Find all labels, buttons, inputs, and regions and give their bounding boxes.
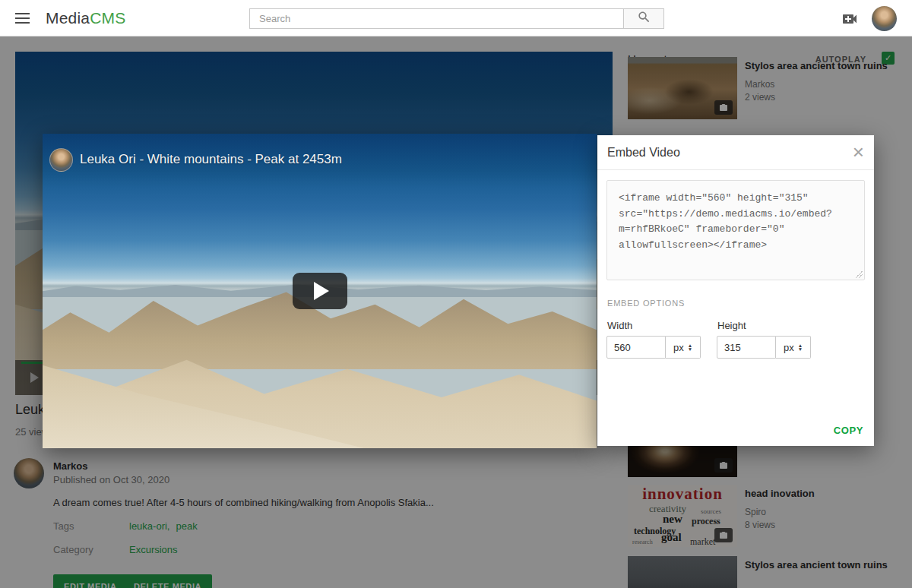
spinner-icon: ▲▼	[798, 343, 803, 352]
channel-avatar[interactable]	[49, 148, 73, 172]
unit-label: px	[784, 342, 794, 353]
embed-code-line: allowfullscreen></iframe>	[619, 238, 853, 254]
logo[interactable]: MediaCMS	[46, 9, 125, 27]
embed-code-line: m=rhfBRkoeC" frameborder="0"	[619, 222, 853, 238]
app: Leuka Ori - White mountains - Peak at 24…	[0, 0, 912, 588]
search-button[interactable]	[623, 8, 664, 29]
embed-height-input[interactable]	[717, 336, 776, 359]
width-field-group: px ▲▼	[606, 336, 701, 359]
embed-code-line: <iframe width="560" height="315"	[619, 191, 853, 207]
dialog-header: Embed Video ×	[597, 135, 874, 170]
height-field-group: px ▲▼	[717, 336, 811, 359]
upload-video-icon[interactable]	[841, 10, 859, 28]
embed-code-textarea[interactable]: <iframe width="560" height="315" src="ht…	[606, 180, 865, 280]
embed-width-input[interactable]	[606, 336, 666, 359]
width-unit-select[interactable]: px ▲▼	[666, 336, 701, 359]
unit-label: px	[673, 342, 684, 353]
embed-dialog: Embed Video × <iframe width="560" height…	[597, 135, 874, 446]
embed-code-line: src="https://demo.mediacms.io/embed?	[619, 207, 853, 223]
play-button[interactable]	[293, 273, 347, 309]
menu-icon[interactable]	[15, 13, 30, 24]
width-label: Width	[607, 320, 632, 331]
user-avatar[interactable]	[872, 6, 897, 31]
height-label: Height	[717, 320, 746, 331]
search-icon	[637, 10, 651, 27]
embed-options-label: EMBED OPTIONS	[607, 299, 685, 308]
height-unit-select[interactable]: px ▲▼	[776, 336, 811, 359]
spinner-icon: ▲▼	[688, 343, 692, 352]
top-bar: MediaCMS	[0, 0, 912, 36]
embed-preview-player[interactable]: Leuka Ori - White mountains - Peak at 24…	[43, 134, 597, 448]
copy-button[interactable]: COPY	[834, 425, 863, 436]
play-icon	[314, 282, 329, 300]
search-input[interactable]	[249, 8, 623, 29]
resize-handle[interactable]	[855, 270, 863, 278]
preview-video-title: Leuka Ori - White mountains - Peak at 24…	[80, 152, 342, 167]
close-icon[interactable]: ×	[853, 141, 864, 163]
dialog-title: Embed Video	[607, 146, 680, 160]
